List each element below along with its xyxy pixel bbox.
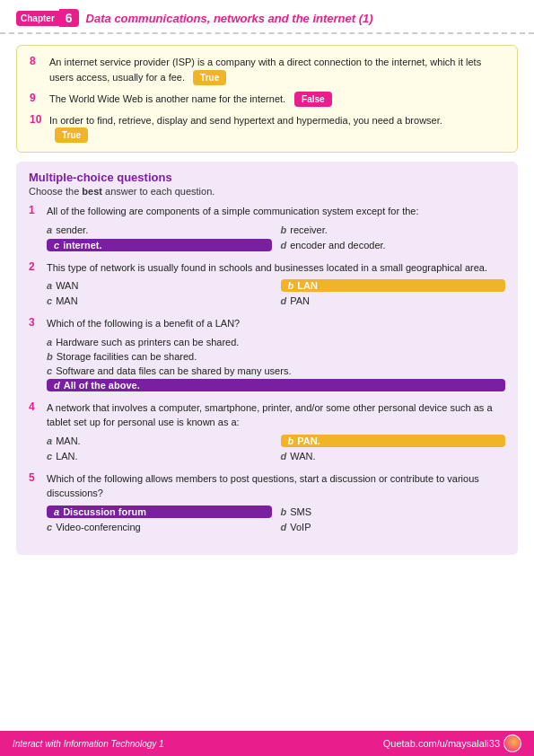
q1-opt-d: d encoder and decoder. (281, 239, 506, 251)
chapter-number: 6 (59, 9, 79, 27)
q-text-4: A network that involves a computer, smar… (47, 400, 505, 430)
q2-opt-a: a WAN (47, 279, 272, 292)
q3-opt-a: a Hardware such as printers can be share… (47, 336, 505, 348)
q1-opt-a: a sender. (47, 224, 272, 236)
page-header: Chapter 6 Data communications, networks … (0, 0, 534, 34)
mc-question-2: 2 This type of network is usually found … (29, 260, 505, 308)
tf-num-8: 8 (30, 55, 44, 67)
tf-num-10: 10 (30, 113, 44, 126)
q-text-1: All of the following are components of a… (47, 204, 505, 219)
q5-opt-d: d VoIP (281, 521, 506, 533)
mc-title: Multiple-choice questions (29, 171, 505, 184)
tf-text-8: An internet service provider (ISP) is a … (49, 57, 481, 83)
tf-answer-10: True (55, 127, 88, 143)
mc-question-5: 5 Which of the following allows members … (29, 471, 505, 533)
tf-question-8: 8 An internet service provider (ISP) is … (30, 55, 504, 85)
mc-subtitle: Choose the best answer to each question. (29, 186, 505, 197)
q2-opt-c: c MAN (47, 294, 272, 307)
tf-text-10: In order to find, retrieve, display and … (49, 115, 442, 126)
q1-options: a sender. b receiver. c internet. d enco… (47, 224, 505, 251)
q-num-5: 5 (29, 471, 41, 484)
q1-opt-b: b receiver. (281, 224, 506, 236)
q5-opt-c: c Video-conferencing (47, 521, 272, 533)
page-footer: Interact with Information Technology 1 Q… (0, 731, 534, 756)
q4-opt-c: c LAN. (47, 450, 272, 462)
tf-question-9: 9 The World Wide Web is another name for… (30, 92, 504, 107)
tf-section: 8 An internet service provider (ISP) is … (16, 45, 518, 153)
q2-opt-b: b LAN (281, 279, 506, 292)
mc-question-4: 4 A network that involves a computer, sm… (29, 400, 505, 462)
chapter-label: Chapter (16, 11, 59, 26)
tf-text-9: The World Wide Web is another name for t… (49, 92, 285, 107)
footer-avatar (503, 734, 521, 752)
tf-answer-8: True (193, 70, 226, 85)
q5-options: a Discussion forum b SMS c Video-confere… (47, 505, 505, 533)
tf-num-9: 9 (30, 92, 44, 104)
avatar-image (504, 735, 521, 752)
q-num-1: 1 (29, 204, 41, 216)
q4-opt-a: a MAN. (47, 435, 272, 447)
mc-section: Multiple-choice questions Choose the bes… (16, 162, 518, 555)
footer-right: Quetab.com/u/maysalali33 (383, 734, 521, 752)
q3-opt-b: b Storage facilities can be shared. (47, 350, 505, 363)
tf-question-10: 10 In order to find, retrieve, display a… (30, 113, 504, 144)
q5-opt-b: b SMS (281, 505, 506, 518)
q5-opt-a: a Discussion forum (47, 505, 272, 518)
q-num-2: 2 (29, 260, 41, 273)
q2-options: a WAN b LAN c MAN d PAN (47, 279, 505, 307)
q3-opt-c: c Software and data files can be shared … (47, 365, 505, 377)
page-title: Data communications, networks and the in… (86, 12, 373, 25)
q-num-3: 3 (29, 316, 41, 329)
q3-options: a Hardware such as printers can be share… (47, 336, 505, 391)
mc-subtitle-bold: best (82, 186, 102, 197)
mc-subtitle-pre: Choose the (29, 186, 82, 197)
tf-answer-9: False (294, 92, 332, 107)
mc-subtitle-post: answer to each question. (102, 186, 214, 197)
q4-opt-b: b PAN. (281, 435, 506, 447)
q-num-4: 4 (29, 400, 41, 413)
chapter-badge: Chapter 6 (16, 9, 79, 27)
footer-left-text: Interact with Information Technology 1 (13, 739, 164, 749)
q2-opt-d: d PAN (281, 294, 506, 307)
footer-right-text: Quetab.com/u/maysalali33 (383, 738, 500, 749)
q-text-2: This type of network is usually found in… (47, 260, 505, 276)
mc-question-3: 3 Which of the following is a benefit of… (29, 316, 505, 391)
q1-opt-c: c internet. (47, 239, 272, 251)
q-text-3: Which of the following is a benefit of a… (47, 316, 505, 331)
q-text-5: Which of the following allows members to… (47, 471, 505, 501)
q4-options: a MAN. b PAN. c LAN. d WAN. (47, 435, 505, 462)
mc-question-1: 1 All of the following are components of… (29, 204, 505, 251)
q4-opt-d: d WAN. (281, 450, 506, 462)
q3-opt-d: d All of the above. (47, 379, 505, 391)
